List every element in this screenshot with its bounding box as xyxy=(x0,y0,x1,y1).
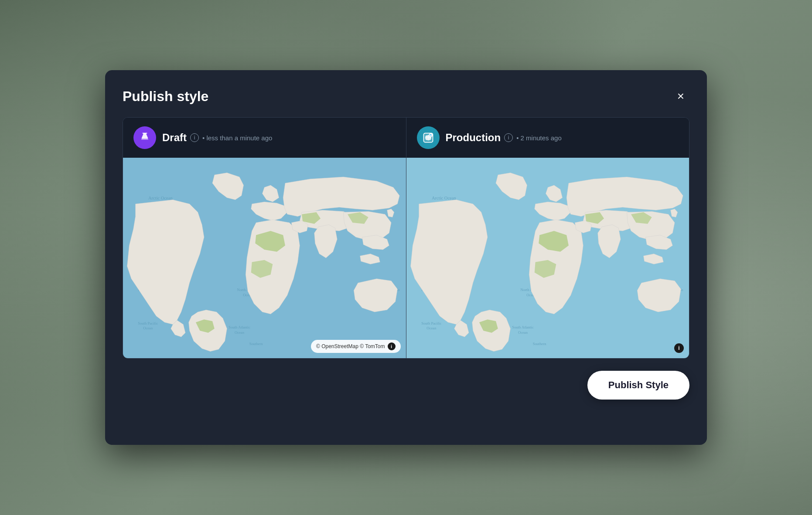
modal-title: Publish style xyxy=(123,88,208,105)
production-title-group: Production i • 2 minutes ago xyxy=(446,132,562,144)
publish-style-button[interactable]: Publish Style xyxy=(587,371,689,400)
svg-text:Ocean: Ocean xyxy=(426,326,437,330)
svg-text:Ocean: Ocean xyxy=(518,330,528,335)
svg-text:Arctic Ocean: Arctic Ocean xyxy=(432,196,456,200)
production-map-viewport: Arctic Ocean North Pacific Ocean South P… xyxy=(406,158,689,358)
production-map-svg: Arctic Ocean North Pacific Ocean South P… xyxy=(406,158,689,358)
draft-title: Draft xyxy=(162,132,187,144)
draft-panel: Draft i • less than a minute ago Arctic … xyxy=(123,118,406,358)
svg-point-16 xyxy=(429,134,432,137)
modal-overlay: Publish style × xyxy=(0,0,812,515)
production-timestamp: • 2 minutes ago xyxy=(516,134,562,142)
svg-text:Southern: Southern xyxy=(249,342,263,346)
draft-map-svg: Arctic Ocean North Pacific Ocean South P… xyxy=(123,158,406,358)
svg-text:Ocean: Ocean xyxy=(235,330,245,335)
modal-footer: Publish Style xyxy=(123,371,689,403)
svg-point-1 xyxy=(145,136,146,137)
svg-text:Ocean: Ocean xyxy=(143,326,153,330)
close-button[interactable]: × xyxy=(672,88,689,105)
draft-map-viewport: Arctic Ocean North Pacific Ocean South P… xyxy=(123,158,406,358)
attribution-text: © OpenStreetMap © TomTom xyxy=(316,343,385,349)
svg-text:Arctic Ocean: Arctic Ocean xyxy=(148,196,173,200)
production-title: Production xyxy=(446,132,501,144)
svg-text:South Atlantic: South Atlantic xyxy=(512,325,534,329)
draft-icon-container xyxy=(133,126,156,149)
draft-info-icon[interactable]: i xyxy=(190,133,199,142)
svg-text:South Atlantic: South Atlantic xyxy=(229,325,250,329)
compare-container: Draft i • less than a minute ago Arctic … xyxy=(123,117,689,359)
svg-text:Southern: Southern xyxy=(532,342,546,346)
production-info-icon-badge[interactable]: i xyxy=(674,343,684,353)
svg-text:South Pacific: South Pacific xyxy=(421,321,441,325)
svg-point-0 xyxy=(143,137,144,138)
draft-panel-header: Draft i • less than a minute ago xyxy=(123,118,406,158)
attribution-info-icon[interactable]: i xyxy=(388,342,396,350)
production-icon-container xyxy=(417,126,440,149)
draft-flask-icon xyxy=(139,132,151,144)
production-map-icon xyxy=(422,132,434,144)
draft-attribution: © OpenStreetMap © TomTom i xyxy=(311,340,401,353)
production-info-badge[interactable]: i xyxy=(674,343,684,353)
draft-title-group: Draft i • less than a minute ago xyxy=(162,132,272,144)
publish-style-modal: Publish style × xyxy=(105,70,707,445)
production-panel-header: Production i • 2 minutes ago xyxy=(406,118,689,158)
svg-text:South Pacific: South Pacific xyxy=(138,321,158,325)
modal-header: Publish style × xyxy=(123,88,689,105)
draft-timestamp: • less than a minute ago xyxy=(202,134,272,142)
production-info-icon[interactable]: i xyxy=(504,133,513,142)
production-panel: Production i • 2 minutes ago Arctic Ocea… xyxy=(406,118,689,358)
